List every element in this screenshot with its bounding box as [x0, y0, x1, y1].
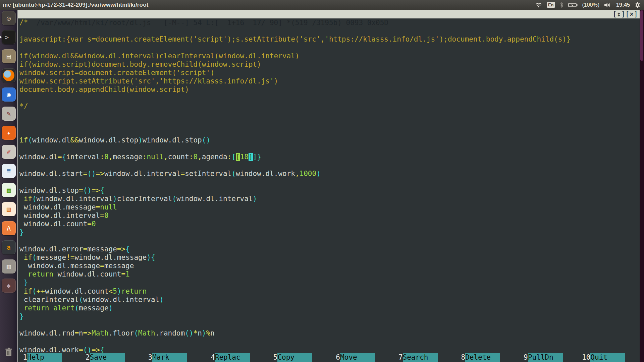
libreoffice-impress-glyph-icon: ▧ [7, 205, 11, 213]
code-line[interactable]: if(message!=window.dl.message){ [19, 253, 640, 262]
code-line[interactable]: return window.dl.count=1 [19, 270, 640, 279]
fn-key-mark[interactable]: 3Mark [143, 353, 206, 362]
code-line[interactable]: document.body.appendChild(window.script) [19, 85, 640, 94]
code-line[interactable]: window.script.setAttribute('src','https:… [19, 77, 640, 85]
dock-icon-libreoffice-writer[interactable]: ≣ [2, 164, 16, 178]
editor-status-line: /var/www/html/ki/root/dl.js [-M--] 54 L:… [18, 10, 644, 18]
volume-icon[interactable] [604, 2, 611, 8]
archive-manager-glyph-icon: ▥ [7, 262, 11, 270]
code-line[interactable] [19, 161, 640, 170]
code-line[interactable] [19, 128, 640, 136]
fn-key-quit[interactable]: 10Quit [581, 353, 644, 362]
dock-icon-dash-home[interactable]: ◎ [2, 11, 16, 25]
fn-key-number: 8 [456, 353, 465, 362]
dock-icon-trash[interactable] [2, 345, 16, 359]
fn-key-label: PullDn [528, 353, 563, 362]
code-line[interactable]: if(window.dl&&window.dl.interval)clearIn… [19, 52, 640, 60]
dash-home-glyph-icon: ◎ [7, 14, 11, 22]
dock-icon-file-manager[interactable]: ▤ [2, 49, 16, 63]
code-line[interactable]: window.dl.rnd=n=>Math.floor(Math.random(… [19, 329, 640, 338]
code-line[interactable]: if(window.script)document.body.removeChi… [19, 60, 640, 69]
trash-icon [4, 347, 13, 357]
terminal-glyph-icon: >_ [5, 33, 13, 41]
fn-key-help[interactable]: 1Help [18, 353, 81, 362]
code-line[interactable] [19, 178, 640, 186]
code-line[interactable]: window.dl.message=message [19, 262, 640, 270]
dock-icon-libreoffice-calc[interactable]: ▦ [2, 183, 16, 197]
code-line[interactable]: window.script=document.createElement('sc… [19, 69, 640, 77]
editor-window-buttons[interactable]: [↕][×] [612, 10, 638, 18]
fn-key-save[interactable]: 2Save [81, 353, 144, 362]
code-line[interactable]: */ [19, 102, 640, 111]
dock-icon-archive-manager[interactable]: ▥ [2, 259, 16, 274]
code-line[interactable]: window.dl.work=()=>{ [19, 346, 640, 353]
fn-key-number: 2 [81, 353, 90, 362]
code-line[interactable] [19, 321, 640, 329]
code-line[interactable]: if(++window.dl.count<5)return [19, 287, 640, 296]
ubuntu-software-glyph-icon: A [7, 224, 11, 232]
fn-key-label: Move [340, 353, 375, 362]
dock-icon-draw-app[interactable]: ✐ [2, 145, 16, 159]
fn-key-pulldn[interactable]: 9PullDn [519, 353, 582, 362]
bluetooth-icon[interactable] [560, 2, 564, 8]
code-line[interactable] [19, 111, 640, 119]
libreoffice-writer-glyph-icon: ≣ [7, 167, 11, 175]
code-line[interactable]: window.dl.error=message=>{ [19, 245, 640, 253]
dock-icon-plugin-app[interactable]: ❖ [2, 279, 16, 293]
fn-key-number: 3 [143, 353, 152, 362]
dock-icon-terminal[interactable]: >_ [2, 30, 16, 44]
clock[interactable]: 19:45 [616, 2, 630, 8]
code-line[interactable]: } [19, 279, 640, 287]
running-app-indicator [0, 36, 2, 39]
fn-key-search[interactable]: 7Search [394, 353, 457, 362]
scrollbar[interactable] [640, 10, 644, 362]
dock-icon-video-app[interactable]: ◉ [2, 87, 16, 102]
fn-key-number: 9 [519, 353, 528, 362]
fn-key-copy[interactable]: 5Copy [268, 353, 331, 362]
fn-key-number: 5 [268, 353, 277, 362]
settings-icon[interactable] [635, 2, 641, 8]
dock-icon-firefox[interactable] [2, 68, 16, 82]
code-line[interactable]: window.dl.stop=()=>{ [19, 186, 640, 195]
file-manager-glyph-icon: ▤ [7, 52, 11, 60]
code-line[interactable]: javascript:{var s=document.createElement… [19, 35, 640, 44]
function-key-bar: 1Help2Save3Mark4Replac5Copy6Move7Search8… [18, 353, 644, 362]
code-line[interactable] [19, 27, 640, 35]
code-line[interactable] [19, 338, 640, 346]
fn-key-move[interactable]: 6Move [331, 353, 394, 362]
code-line[interactable]: } [19, 312, 640, 321]
code-line[interactable]: return alert(message) [19, 304, 640, 312]
dock-icon-text-editor[interactable]: ✎ [2, 107, 16, 121]
code-line[interactable]: window.dl.start=()=>window.dl.interval=s… [19, 170, 640, 178]
code-line[interactable] [19, 144, 640, 153]
code-line[interactable]: if(window.dl.interval)clearInterval(wind… [19, 195, 640, 203]
fn-key-label: Search [403, 353, 438, 362]
keyboard-layout-indicator[interactable]: En [547, 2, 555, 8]
code-line[interactable] [19, 44, 640, 52]
fn-key-replac[interactable]: 4Replac [206, 353, 269, 362]
libreoffice-calc-glyph-icon: ▦ [7, 186, 11, 194]
dock-icon-libreoffice-impress[interactable]: ▧ [2, 202, 16, 216]
battery-icon[interactable] [568, 3, 578, 7]
text-editor-glyph-icon: ✎ [7, 110, 11, 118]
code-line[interactable] [19, 119, 640, 128]
code-line[interactable]: window.dl.message=null [19, 203, 640, 212]
dock-icon-amazon[interactable]: a [2, 240, 16, 254]
code-line[interactable] [19, 237, 640, 245]
code-line[interactable]: /* [19, 18, 640, 27]
code-line[interactable]: if(window.dl&&window.dl.stop)window.dl.s… [19, 136, 640, 144]
fn-key-number: 4 [206, 353, 215, 362]
plugin-app-glyph-icon: ❖ [7, 282, 11, 290]
code-line[interactable] [19, 94, 640, 102]
scrollbar-thumb[interactable] [640, 10, 643, 61]
code-area[interactable]: /* javascript:{var s=document.createElem… [18, 18, 640, 353]
code-line[interactable]: window.dl.count=0 [19, 220, 640, 228]
fn-key-delete[interactable]: 8Delete [456, 353, 519, 362]
code-line[interactable]: window.dl.interval=0 [19, 212, 640, 220]
code-line[interactable]: } [19, 228, 640, 237]
wifi-icon[interactable] [535, 2, 542, 8]
code-line[interactable]: clearInterval(window.dl.interval) [19, 296, 640, 304]
dock-icon-software-app[interactable]: ✦ [2, 126, 16, 140]
dock-icon-ubuntu-software[interactable]: A [2, 221, 16, 235]
code-line[interactable]: window.dl={interval:0,message:null,count… [19, 153, 640, 161]
